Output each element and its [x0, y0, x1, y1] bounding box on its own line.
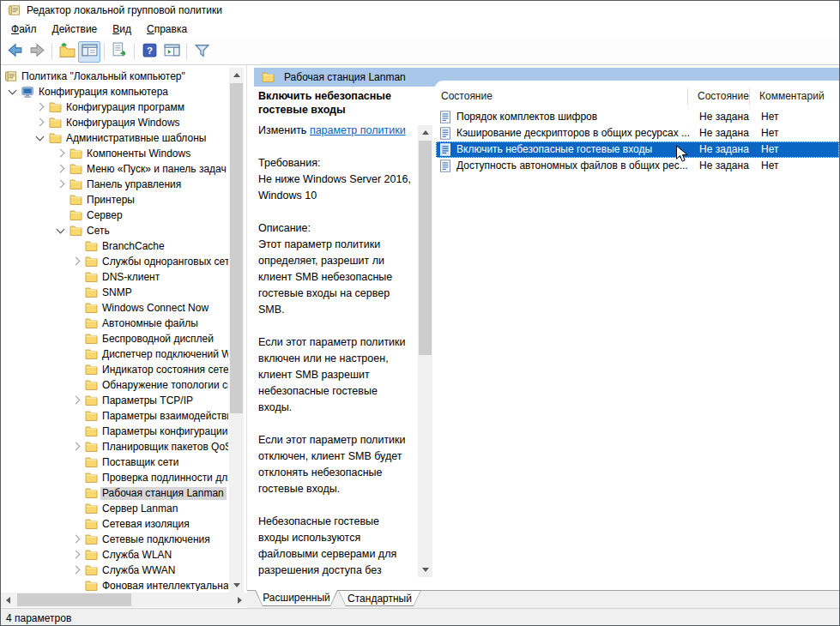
tree-item[interactable]: Поставщик сети [1, 454, 228, 470]
tree-item-label: Конфигурация компьютера [37, 86, 171, 99]
scroll-down-button[interactable] [229, 578, 244, 593]
scroll-down-button[interactable] [418, 563, 432, 577]
policy-row[interactable]: Включить небезопасные гостевые входыНе з… [436, 141, 839, 158]
policy-row[interactable]: Порядок комплектов шифровНе заданаНет [436, 109, 839, 125]
tree-vertical-scrollbar[interactable] [229, 68, 244, 593]
chevron-right-icon[interactable] [72, 535, 81, 544]
help-button[interactable]: ? [138, 41, 160, 63]
menu-action[interactable]: Действие [45, 21, 106, 38]
column-header-0[interactable]: Состояние [441, 90, 493, 105]
column-separator[interactable] [749, 88, 750, 105]
tree-item[interactable]: Обнаружение топологии связ [1, 377, 228, 393]
description-paragraph: Если этот параметр политики включен или … [258, 334, 413, 416]
chevron-right-icon[interactable] [36, 103, 45, 111]
chevron-right-icon[interactable] [72, 551, 81, 559]
column-header-2[interactable]: Комментарий [759, 90, 825, 105]
tab-standard[interactable]: Стандартный [338, 590, 421, 606]
tree-item[interactable]: Конфигурация программ [1, 99, 228, 115]
forward-button[interactable] [26, 41, 48, 63]
tree-horizontal-scrollbar[interactable] [1, 593, 247, 607]
tree-item[interactable]: Индикатор состояния сетевог [1, 362, 228, 377]
column-header-1[interactable]: Состояние [698, 90, 749, 105]
tree-item[interactable]: Планировщик пакетов QoS [1, 439, 228, 454]
tree-item-label: Политика "Локальный компьютер" [20, 70, 188, 83]
show-tree-button[interactable] [78, 41, 100, 63]
up-folder-button[interactable] [56, 41, 78, 63]
chevron-right-icon[interactable] [72, 566, 81, 575]
tree-item[interactable]: Служба WLAN [1, 547, 228, 563]
tree-item[interactable]: Сервер [1, 208, 228, 223]
tree-item[interactable]: Параметры TCP/IP [1, 393, 228, 408]
tree-item[interactable]: Параметры конфигурации SSL [1, 424, 228, 439]
tree-item[interactable]: Принтеры [1, 192, 228, 208]
tree-item[interactable]: Конфигурация Windows [1, 115, 228, 130]
description-scrollbar-thumb[interactable] [419, 141, 432, 355]
folder-icon [85, 348, 98, 362]
gpedit-window: Редактор локальной групповой политики Фа… [0, 0, 840, 626]
action-pane-button[interactable] [160, 41, 183, 63]
chevron-right-icon[interactable] [57, 180, 65, 189]
scroll-left-button[interactable] [1, 593, 15, 607]
policy-row[interactable]: Доступность автономных файлов в общих ре… [436, 158, 839, 174]
tree-item[interactable]: Сервер Lanman [1, 501, 228, 516]
tree-item[interactable]: SNMP [1, 285, 228, 300]
chevron-right-icon[interactable] [72, 442, 81, 451]
menu-help[interactable]: Справка [139, 21, 195, 38]
arrow-down-icon [233, 583, 240, 591]
tree-item[interactable]: Рабочая станция Lanman [1, 485, 228, 501]
tree-item[interactable]: Windows Connect Now [1, 300, 228, 316]
tree-item[interactable]: Компоненты Windows [1, 146, 228, 161]
tab-extended[interactable]: Расширенный [255, 590, 338, 606]
tree-item[interactable]: Конфигурация компьютера [1, 84, 228, 99]
tree-hscrollbar-thumb[interactable] [17, 593, 131, 606]
menu-file[interactable]: Файл [3, 21, 45, 38]
tree-item[interactable]: Сетевая изоляция [1, 516, 228, 532]
tree-item[interactable]: Служба WWAN [1, 563, 228, 578]
tree-item[interactable]: Сетевые подключения [1, 532, 228, 547]
tree-item-label: Принтеры [85, 194, 137, 207]
filter-button[interactable] [190, 41, 213, 63]
folder-icon [85, 487, 98, 501]
tree-scrollbar-thumb[interactable] [230, 83, 243, 413]
chevron-down-icon[interactable] [57, 226, 65, 234]
arrow-right-icon [238, 597, 245, 604]
folder-icon [85, 256, 98, 269]
tree-item[interactable]: Параметры взаимодействия к [1, 408, 228, 424]
tree-item[interactable]: Фоновая интеллектуальная сл [1, 578, 228, 591]
svg-text:?: ? [146, 45, 152, 56]
chevron-right-icon[interactable] [57, 165, 65, 173]
show-tree-icon [81, 41, 99, 62]
chevron-down-icon[interactable] [9, 87, 17, 95]
description-scrollbar[interactable] [418, 125, 432, 577]
chevron-right-icon[interactable] [72, 396, 81, 405]
tree-item[interactable]: Сеть [1, 223, 228, 238]
menu-view[interactable]: Вид [105, 21, 139, 38]
tree-item[interactable]: BranchCache [1, 238, 228, 254]
chevron-right-icon[interactable] [57, 149, 65, 158]
tree-item[interactable]: DNS-клиент [1, 269, 228, 285]
column-separator[interactable] [687, 88, 688, 105]
tree-item[interactable]: Политика "Локальный компьютер" [1, 69, 228, 84]
tree-item[interactable]: Меню «Пуск» и панель задач [1, 161, 228, 177]
tree-item[interactable]: Диспетчер подключений Wind [1, 346, 228, 362]
policy-settings-link[interactable]: параметр политики [310, 124, 406, 136]
tree-item[interactable]: Службы одноранговых сетей [1, 254, 228, 269]
scroll-up-button[interactable] [229, 68, 244, 82]
tree-item-label: Фоновая интеллектуальная сл [100, 580, 228, 591]
list-header: СостояниеСостояниеКомментарий [434, 87, 840, 108]
tree-item[interactable]: Беспроводной дисплей [1, 331, 228, 346]
scroll-up-button[interactable] [418, 125, 432, 140]
tree-item[interactable]: Административные шаблоны [1, 130, 228, 146]
scroll-right-button[interactable] [233, 593, 247, 607]
tree-item-label: Диспетчер подключений Wind [100, 348, 228, 361]
tree-item[interactable]: Панель управления [1, 177, 228, 192]
policy-row[interactable]: Кэширование дескрипторов в общих ресурса… [436, 125, 839, 141]
back-button[interactable] [3, 41, 26, 63]
tree-item-label: Служба WWAN [100, 564, 178, 577]
tree-item[interactable]: Автономные файлы [1, 316, 228, 331]
tree-item[interactable]: Проверка подлинности для те [1, 470, 228, 485]
chevron-down-icon[interactable] [36, 133, 45, 141]
export-list-button[interactable] [108, 41, 130, 63]
chevron-right-icon[interactable] [36, 118, 45, 127]
chevron-right-icon[interactable] [72, 257, 81, 266]
